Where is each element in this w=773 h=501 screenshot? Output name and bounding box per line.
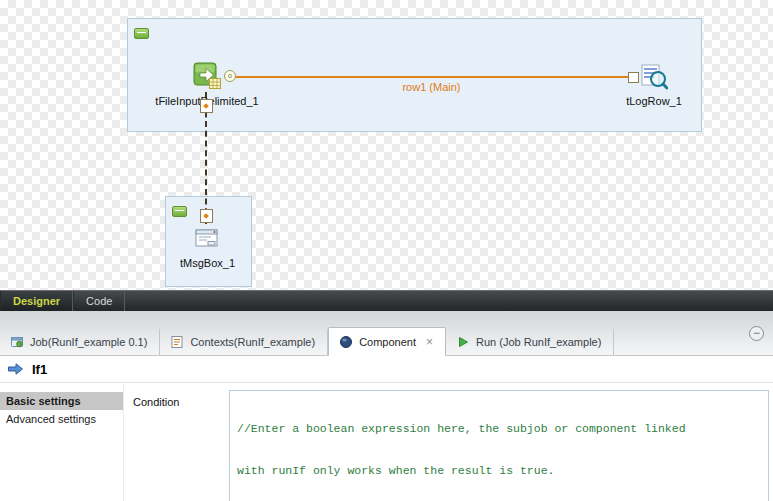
nav-advanced-settings[interactable]: Advanced settings: [0, 410, 123, 428]
runif-arrow-icon: [7, 362, 24, 376]
tab-label: Component: [359, 336, 416, 348]
nav-basic-settings[interactable]: Basic settings: [0, 392, 123, 410]
tlogrow-icon: [640, 62, 668, 90]
connector-bubble-icon: o: [224, 70, 236, 82]
component-label: tMsgBox_1: [165, 257, 250, 269]
trigger-source-anchor-icon: [200, 99, 213, 113]
talend-studio-window: row1 (Main) o tFileInputDelimited_1 tLog…: [0, 0, 773, 501]
tab-code[interactable]: Code: [73, 291, 125, 311]
tfileinputdelimited-icon: [192, 61, 222, 91]
job-icon: [10, 335, 24, 349]
tmsgbox-icon: [193, 224, 221, 252]
tab-label: Contexts(RunIf_example): [190, 336, 315, 348]
component-tmsgbox[interactable]: [193, 224, 221, 252]
panel-tab-folder: Job(RunIf_example 0.1) Contexts(RunIf_ex…: [0, 311, 773, 356]
tab-label: Job(RunIf_example 0.1): [30, 336, 147, 348]
component-tfileinputdelimited[interactable]: [192, 61, 222, 91]
run-icon: [456, 335, 470, 349]
tab-label: Run (Job RunIf_example): [476, 336, 601, 348]
design-canvas[interactable]: row1 (Main) o tFileInputDelimited_1 tLog…: [0, 0, 773, 290]
component-panel: If1 Basic settings Advanced settings Con…: [0, 356, 773, 501]
component-title: If1: [32, 362, 47, 377]
tab-run[interactable]: Run (Job RunIf_example): [446, 329, 614, 355]
tab-component[interactable]: Component ×: [328, 327, 446, 356]
settings-area: Basic settings Advanced settings Conditi…: [0, 384, 773, 501]
row1-connection-line[interactable]: [234, 76, 629, 78]
connection-endpoint-icon: [628, 72, 639, 83]
panel-tabs: Job(RunIf_example 0.1) Contexts(RunIf_ex…: [0, 328, 614, 355]
component-icon: [339, 335, 353, 349]
contexts-icon: [170, 335, 184, 349]
component-tlogrow[interactable]: [640, 62, 668, 90]
condition-label: Condition: [133, 396, 179, 408]
trigger-target-anchor-icon: [200, 209, 213, 223]
tab-designer[interactable]: Designer: [0, 291, 73, 311]
component-header: If1: [0, 356, 773, 383]
subjob-collapse-button[interactable]: [172, 206, 187, 217]
view-tab-bar: Designer Code: [0, 290, 773, 311]
minimize-panel-button[interactable]: −: [749, 326, 764, 341]
row1-connection-label: row1 (Main): [234, 81, 629, 93]
tab-contexts[interactable]: Contexts(RunIf_example): [160, 329, 328, 355]
tab-job[interactable]: Job(RunIf_example 0.1): [0, 329, 160, 355]
subjob-collapse-button[interactable]: [134, 28, 149, 39]
settings-nav: Basic settings Advanced settings: [0, 384, 124, 501]
component-label: tLogRow_1: [609, 95, 699, 107]
code-comment-line: with runIf only works when the result is…: [237, 464, 761, 478]
code-comment-line: //Enter a boolean expression here, the s…: [237, 422, 761, 436]
condition-editor[interactable]: //Enter a boolean expression here, the s…: [229, 390, 769, 501]
close-tab-icon[interactable]: ×: [426, 336, 433, 348]
